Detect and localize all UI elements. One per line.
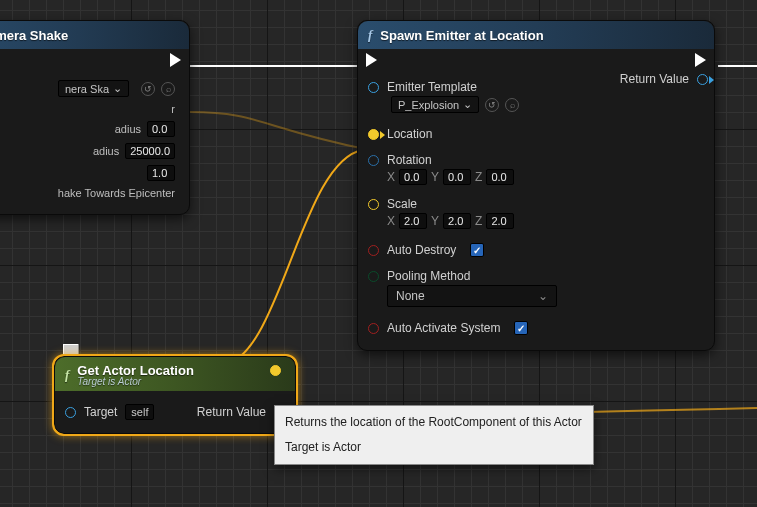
target-label: Target	[84, 405, 117, 419]
tooltip-line2: Target is Actor	[285, 439, 583, 456]
node-title-text: Spawn Emitter at Location	[380, 28, 543, 43]
emitter-template-dropdown[interactable]: P_Explosion ⌄	[391, 96, 479, 113]
dropdown-value: nera Ska	[65, 83, 109, 95]
node-header: f Get Actor Location Target is Actor	[55, 357, 295, 391]
search-icon[interactable]: ⌕	[505, 98, 519, 112]
reset-icon[interactable]: ↺	[485, 98, 499, 112]
auto-destroy-pin[interactable]	[368, 245, 379, 256]
auto-activate-label: Auto Activate System	[387, 321, 500, 335]
pin-label: hake Towards Epicenter	[58, 187, 175, 199]
node-subtitle-text: Target is Actor	[77, 376, 194, 387]
function-icon: f	[368, 27, 372, 43]
scale-pin[interactable]	[368, 199, 379, 210]
target-pin[interactable]	[65, 407, 76, 418]
scale-z-input[interactable]: 2.0	[486, 213, 514, 229]
reset-icon[interactable]: ↺	[141, 82, 155, 96]
pin-label: r	[171, 103, 175, 115]
chevron-down-icon: ⌄	[538, 289, 548, 303]
rot-x-input[interactable]: 0.0	[399, 169, 427, 185]
node-spawn-emitter-at-location[interactable]: f Spawn Emitter at Location Return Value…	[357, 20, 715, 351]
pooling-method-pin[interactable]	[368, 271, 379, 282]
location-label: Location	[387, 127, 432, 141]
axis-x: X	[387, 170, 395, 184]
pooling-label: Pooling Method	[387, 269, 557, 283]
value-input[interactable]: 1.0	[147, 165, 175, 181]
auto-destroy-label: Auto Destroy	[387, 243, 456, 257]
axis-y: Y	[431, 214, 439, 228]
scale-x-input[interactable]: 2.0	[399, 213, 427, 229]
exec-in-pin[interactable]	[366, 53, 377, 67]
emitter-template-pin[interactable]	[368, 82, 379, 93]
shake-class-dropdown[interactable]: nera Ska ⌄	[58, 80, 129, 97]
rot-y-input[interactable]: 0.0	[443, 169, 471, 185]
function-icon: f	[65, 367, 69, 383]
return-value-label: Return Value	[197, 405, 266, 419]
scale-y-input[interactable]: 2.0	[443, 213, 471, 229]
axis-y: Y	[431, 170, 439, 184]
rot-z-input[interactable]: 0.0	[486, 169, 514, 185]
pin-label: adius	[115, 123, 141, 135]
chevron-down-icon: ⌄	[463, 98, 472, 111]
chevron-down-icon: ⌄	[113, 82, 122, 95]
dropdown-value: None	[396, 289, 425, 303]
rotation-pin[interactable]	[368, 155, 379, 166]
search-icon[interactable]: ⌕	[161, 82, 175, 96]
scale-label: Scale	[387, 197, 514, 211]
node-title-text: ld Camera Shake	[0, 28, 68, 43]
rotation-label: Rotation	[387, 153, 514, 167]
node-header: f ld Camera Shake	[0, 21, 189, 49]
dropdown-value: P_Explosion	[398, 99, 459, 111]
axis-x: X	[387, 214, 395, 228]
emitter-template-label: Emitter Template	[387, 80, 519, 94]
exec-out-pin[interactable]	[695, 53, 706, 67]
pin-label: adius	[93, 145, 119, 157]
auto-destroy-checkbox[interactable]	[470, 243, 484, 257]
radius2-input[interactable]: 25000.0	[125, 143, 175, 159]
auto-activate-checkbox[interactable]	[514, 321, 528, 335]
auto-activate-pin[interactable]	[368, 323, 379, 334]
location-pin[interactable]	[368, 129, 379, 140]
node-header: f Spawn Emitter at Location	[358, 21, 714, 49]
axis-z: Z	[475, 170, 482, 184]
pooling-method-dropdown[interactable]: None ⌄	[387, 285, 557, 307]
radius1-input[interactable]: 0.0	[147, 121, 175, 137]
exec-out-pin[interactable]	[170, 53, 181, 67]
tooltip: Returns the location of the RootComponen…	[274, 405, 594, 465]
node-world-camera-shake[interactable]: f ld Camera Shake nera Ska ⌄ ↺ ⌕ r adius…	[0, 20, 190, 215]
target-value[interactable]: self	[125, 404, 154, 420]
tooltip-line1: Returns the location of the RootComponen…	[285, 414, 583, 431]
axis-z: Z	[475, 214, 482, 228]
node-get-actor-location[interactable]: f Get Actor Location Target is Actor Tar…	[54, 356, 296, 434]
header-data-pin[interactable]	[270, 365, 281, 376]
